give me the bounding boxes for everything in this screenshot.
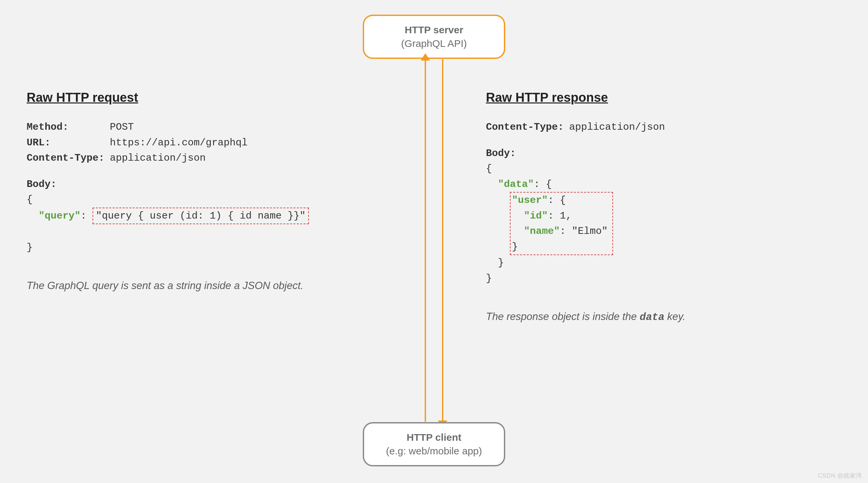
server-subtitle: (GraphQL API) xyxy=(371,37,497,51)
request-body-open: { xyxy=(27,194,33,205)
request-query-highlight: "query { user (id: 1) { id name }}" xyxy=(93,207,309,225)
arrow-request-head-icon xyxy=(421,53,430,61)
request-method-label: Method: xyxy=(27,120,110,135)
response-id-val: : 1, xyxy=(548,210,572,222)
response-body-open: { xyxy=(486,163,492,174)
request-url-value: https://api.com/graphql xyxy=(110,137,248,148)
response-user-open: : { xyxy=(548,195,566,206)
response-id-key: "id" xyxy=(524,210,548,222)
response-name-key: "name" xyxy=(524,226,560,237)
request-method-row: Method:POST xyxy=(27,120,379,135)
response-ctype-value: application/json xyxy=(569,121,665,133)
server-title: HTTP server xyxy=(371,23,497,37)
response-footnote: The response object is inside the data k… xyxy=(486,309,839,324)
response-footnote-post: key. xyxy=(664,311,685,322)
response-data-open: : { xyxy=(534,179,552,190)
request-column: Raw HTTP request Method:POST URL:https:/… xyxy=(27,91,379,293)
response-ctype-row: Content-Type:application/json xyxy=(486,120,839,135)
response-user-key: "user" xyxy=(512,195,548,206)
response-ctype-label: Content-Type: xyxy=(486,120,569,135)
request-ctype-label: Content-Type: xyxy=(27,150,110,166)
request-url-row: URL:https://api.com/graphql xyxy=(27,135,379,151)
response-footnote-code: data xyxy=(640,311,664,323)
client-title: HTTP client xyxy=(371,431,497,444)
request-body-close: } xyxy=(27,242,33,253)
response-name-val: : "Elmo" xyxy=(560,226,608,237)
response-footnote-pre: The response object is inside the xyxy=(486,311,640,322)
response-close-data: } xyxy=(498,257,504,268)
response-data-key: "data" xyxy=(498,179,534,190)
http-client-box: HTTP client (e.g: web/mobile app) xyxy=(363,422,505,466)
request-body-label: Body: xyxy=(27,179,57,190)
request-query-key: "query" xyxy=(39,210,81,222)
request-ctype-row: Content-Type:application/json xyxy=(27,150,379,166)
request-body: Body: { "query": "query { user (id: 1) {… xyxy=(27,176,379,255)
client-subtitle: (e.g: web/mobile app) xyxy=(371,444,497,458)
http-server-box: HTTP server (GraphQL API) xyxy=(363,14,505,59)
arrow-response-line xyxy=(442,59,443,422)
response-column: Raw HTTP response Content-Type:applicati… xyxy=(486,91,839,324)
request-footnote: The GraphQL query is sent as a string in… xyxy=(27,279,379,293)
response-close-outer: } xyxy=(486,273,492,284)
request-query-colon: : xyxy=(81,210,93,222)
response-user-highlight: "user": { "id": 1, "name": "Elmo" } xyxy=(510,192,613,255)
watermark: CSDN @姚家湾 xyxy=(818,472,862,480)
arrow-request-line xyxy=(425,59,426,422)
request-url-label: URL: xyxy=(27,135,110,151)
request-method-value: POST xyxy=(110,121,134,133)
response-close-inner: } xyxy=(512,241,518,253)
response-body: Body: { "data": { "user": { "id": 1, "na… xyxy=(486,146,839,286)
response-heading: Raw HTTP response xyxy=(486,91,839,105)
response-body-label: Body: xyxy=(486,148,516,159)
request-heading: Raw HTTP request xyxy=(27,91,379,105)
request-ctype-value: application/json xyxy=(110,152,206,164)
